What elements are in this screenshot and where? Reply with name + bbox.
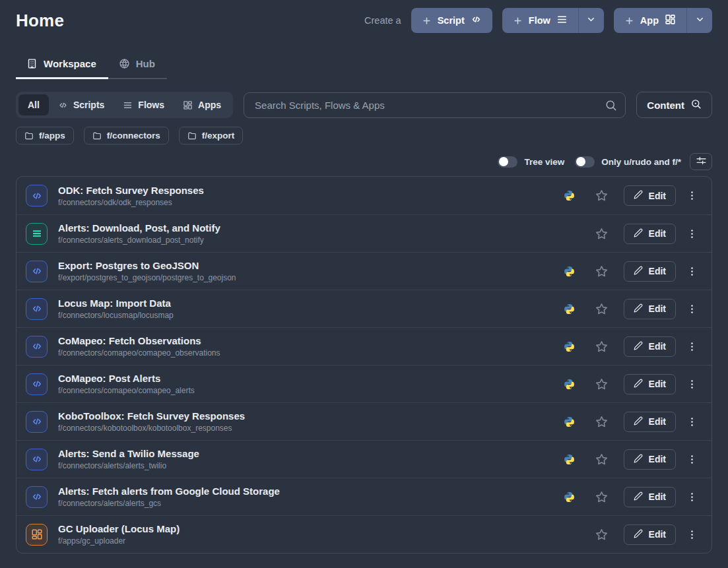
kebab-menu-icon[interactable]: [684, 454, 700, 465]
item-path: f/connectors/comapeo/comapeo_alerts: [58, 386, 195, 395]
edit-button[interactable]: Edit: [624, 224, 676, 244]
globe-icon: [119, 58, 130, 69]
tree-view-toggle[interactable]: [498, 156, 517, 168]
favorite-star-icon[interactable]: [595, 453, 609, 466]
favorite-star-icon[interactable]: [595, 340, 609, 354]
item-actions: Edit: [564, 224, 700, 244]
pencil-icon: [634, 491, 643, 503]
list-item[interactable]: KoboToolbox: Fetch Survey Responses f/co…: [17, 402, 711, 440]
folder-chip-connectors[interactable]: f/connectors: [84, 127, 169, 144]
list-item[interactable]: CoMapeo: Fetch Observations f/connectors…: [17, 327, 711, 365]
pencil-icon: [634, 529, 643, 540]
language-placeholder: [564, 528, 576, 540]
favorite-star-icon[interactable]: [595, 528, 609, 542]
search-icon: [605, 99, 617, 111]
list-item[interactable]: GC Uploader (Locus Map) f/apps/gc_upload…: [17, 515, 711, 553]
create-flow-button[interactable]: Flow: [502, 8, 578, 33]
item-text: Alerts: Send a Twilio Message f/connecto…: [58, 448, 199, 470]
main-tabs: Workspace Hub: [16, 58, 167, 79]
favorite-star-icon[interactable]: [595, 490, 609, 504]
favorite-star-icon[interactable]: [595, 189, 609, 203]
item-text: Alerts: Download, Post, and Notify f/con…: [58, 222, 220, 245]
edit-button[interactable]: Edit: [624, 524, 676, 545]
flow-dropdown-button[interactable]: [578, 8, 604, 33]
kind-all-label: All: [28, 100, 40, 110]
item-title: Alerts: Send a Twilio Message: [58, 448, 199, 459]
kind-tab-flows[interactable]: Flows: [114, 94, 174, 115]
sliders-icon: [696, 155, 707, 168]
flow-icon: [123, 100, 133, 110]
script-type-icon: [26, 449, 48, 470]
script-type-icon: [26, 486, 48, 508]
kind-tab-apps[interactable]: Apps: [174, 94, 230, 115]
list-item[interactable]: Alerts: Fetch alerts from Google Cloud S…: [17, 478, 711, 515]
kebab-menu-icon[interactable]: [684, 303, 700, 315]
kebab-menu-icon[interactable]: [684, 529, 700, 540]
item-text: CoMapeo: Fetch Observations f/connectors…: [58, 335, 220, 358]
filter-row: All Scripts Flows Apps: [16, 92, 712, 118]
edit-button[interactable]: Edit: [624, 336, 676, 357]
list-item[interactable]: Locus Map: Import Data f/connectors/locu…: [17, 290, 711, 327]
edit-button[interactable]: Edit: [624, 261, 676, 282]
folder-chip-label: f/export: [202, 131, 235, 141]
pencil-icon: [634, 341, 643, 352]
list-item[interactable]: Alerts: Download, Post, and Notify f/con…: [17, 214, 711, 252]
tab-hub[interactable]: Hub: [108, 58, 167, 78]
app-type-icon: [26, 524, 48, 546]
list-item[interactable]: Alerts: Send a Twilio Message f/connecto…: [17, 440, 711, 478]
kebab-menu-icon[interactable]: [684, 190, 700, 201]
kebab-menu-icon[interactable]: [684, 266, 700, 277]
kebab-menu-icon[interactable]: [684, 379, 700, 390]
pencil-icon: [634, 379, 643, 390]
edit-button[interactable]: Edit: [624, 299, 676, 319]
search-input[interactable]: [244, 92, 626, 118]
only-owner-toggle[interactable]: [575, 156, 595, 168]
favorite-star-icon[interactable]: [595, 227, 609, 241]
pencil-icon: [634, 228, 643, 239]
create-app-button[interactable]: App: [614, 8, 686, 33]
edit-button[interactable]: Edit: [624, 449, 676, 470]
list-item[interactable]: ODK: Fetch Survey Responses f/connectors…: [17, 177, 711, 214]
favorite-star-icon[interactable]: [595, 302, 609, 316]
kind-tab-all[interactable]: All: [18, 94, 49, 115]
display-settings-button[interactable]: [690, 153, 712, 170]
kebab-menu-icon[interactable]: [684, 416, 700, 427]
folder-chip-apps[interactable]: f/apps: [16, 127, 74, 144]
item-text: GC Uploader (Locus Map) f/apps/gc_upload…: [58, 523, 180, 546]
toggle-knob: [576, 157, 585, 166]
item-actions: Edit: [564, 261, 700, 282]
app-grid-icon: [183, 100, 193, 110]
item-path: f/connectors/alerts_download_post_notify: [58, 236, 220, 245]
item-text: Locus Map: Import Data f/connectors/locu…: [58, 298, 174, 320]
python-logo-icon: [564, 190, 576, 202]
kind-tabs: All Scripts Flows Apps: [16, 92, 233, 118]
create-script-label: Script: [438, 15, 465, 26]
folder-chip-export[interactable]: f/export: [179, 127, 244, 144]
tab-workspace[interactable]: Workspace: [16, 58, 108, 78]
edit-button[interactable]: Edit: [624, 412, 676, 432]
folder-icon: [187, 131, 197, 141]
favorite-star-icon[interactable]: [595, 415, 609, 429]
chevron-down-icon: [695, 15, 705, 26]
script-type-icon: [26, 336, 48, 358]
list-item[interactable]: CoMapeo: Post Alerts f/connectors/comape…: [17, 365, 711, 402]
kebab-menu-icon[interactable]: [684, 491, 700, 503]
edit-button[interactable]: Edit: [624, 374, 676, 394]
content-search-button[interactable]: Content: [636, 92, 712, 118]
script-type-icon: [26, 298, 48, 320]
edit-button[interactable]: Edit: [624, 487, 676, 507]
content-search-icon: [690, 98, 702, 111]
folder-chips: f/apps f/connectors f/export: [16, 127, 712, 144]
kind-tab-scripts[interactable]: Scripts: [49, 94, 114, 115]
list-item[interactable]: Export: Postgres to GeoJSON f/export/pos…: [17, 252, 711, 290]
python-logo-icon: [564, 340, 576, 352]
favorite-star-icon[interactable]: [595, 377, 609, 391]
kebab-menu-icon[interactable]: [684, 228, 700, 239]
python-logo-icon: [564, 303, 576, 315]
edit-button[interactable]: Edit: [624, 185, 676, 206]
create-script-button[interactable]: Script: [411, 8, 492, 33]
app-dropdown-button[interactable]: [686, 8, 712, 33]
kebab-menu-icon[interactable]: [684, 341, 700, 352]
edit-button-label: Edit: [649, 303, 666, 314]
favorite-star-icon[interactable]: [595, 265, 609, 278]
